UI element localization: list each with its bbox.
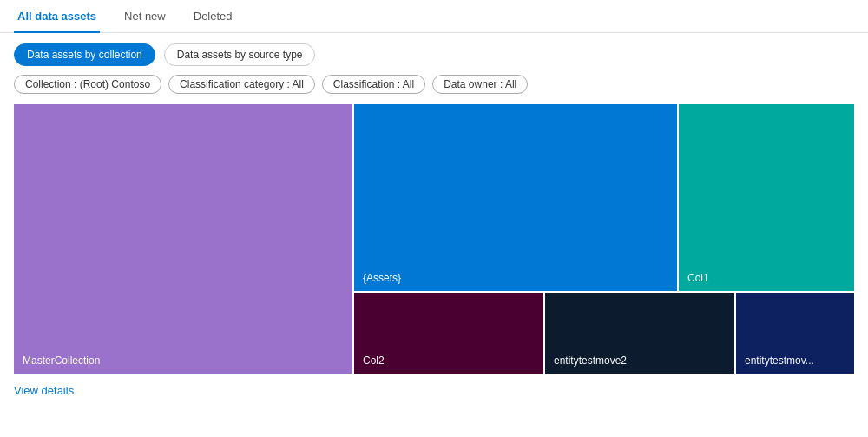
treemap-label-col1: Col1 (687, 272, 709, 284)
filter-collection[interactable]: Collection : (Root) Contoso (14, 75, 161, 94)
tab-deleted[interactable]: Deleted (190, 1, 236, 33)
treemap-block-master[interactable]: MasterCollection (14, 104, 352, 374)
filter-classification-category[interactable]: Classification category : All (168, 75, 315, 94)
toggle-by-source[interactable]: Data assets by source type (164, 43, 316, 66)
treemap-block-col2[interactable]: Col2 (354, 293, 543, 374)
top-tabs: All data assets Net new Deleted (0, 0, 868, 33)
tab-all-data-assets[interactable]: All data assets (14, 1, 100, 33)
filters-row: Collection : (Root) Contoso Classificati… (0, 75, 868, 104)
treemap-block-col1[interactable]: Col1 (679, 104, 854, 291)
treemap-label-assets: {Assets} (363, 272, 401, 284)
filter-data-owner[interactable]: Data owner : All (432, 75, 528, 94)
treemap-label-master: MasterCollection (23, 354, 100, 367)
treemap-label-col2: Col2 (363, 354, 385, 367)
treemap-block-entity3[interactable]: entitytestmov... (736, 293, 854, 374)
view-details-link[interactable]: View details (0, 374, 88, 407)
tab-net-new[interactable]: Net new (121, 1, 169, 33)
filter-classification[interactable]: Classification : All (322, 75, 425, 94)
treemap-label-entity3: entitytestmov... (745, 354, 814, 367)
treemap-right: {Assets} Col1 Col2 entitytestmove2 entit… (354, 104, 854, 374)
treemap-block-entity2[interactable]: entitytestmove2 (545, 293, 734, 374)
treemap-label-entity2: entitytestmove2 (554, 354, 627, 367)
treemap-top-row: {Assets} Col1 (354, 104, 854, 291)
treemap: MasterCollection {Assets} Col1 Col2 enti… (14, 104, 854, 374)
treemap-bottom-row: Col2 entitytestmove2 entitytestmov... (354, 293, 854, 374)
view-toggle-row: Data assets by collection Data assets by… (0, 33, 868, 75)
treemap-block-assets[interactable]: {Assets} (354, 104, 677, 291)
toggle-by-collection[interactable]: Data assets by collection (14, 43, 155, 66)
